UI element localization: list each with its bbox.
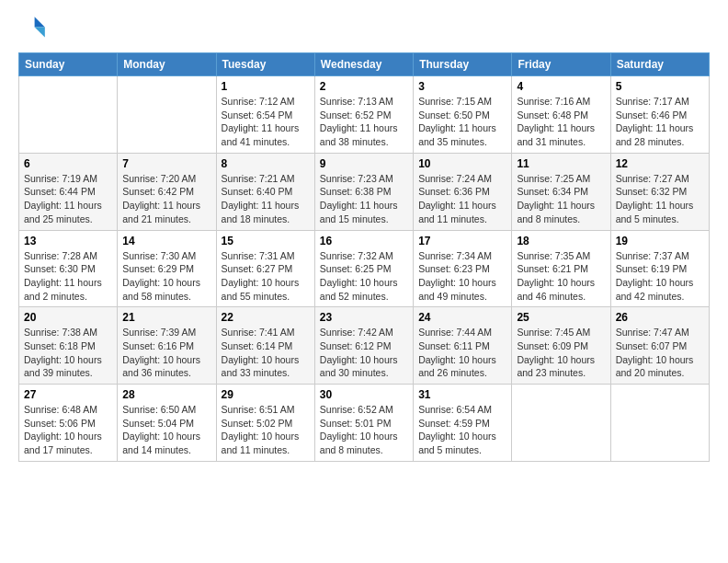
calendar-cell xyxy=(610,385,709,462)
logo-icon xyxy=(18,14,48,43)
day-number: 31 xyxy=(418,388,506,401)
day-of-week-header: Monday xyxy=(118,53,216,76)
day-number: 11 xyxy=(517,157,605,170)
day-info: Sunrise: 7:37 AM Sunset: 6:19 PM Dayligh… xyxy=(616,249,704,304)
day-of-week-header: Tuesday xyxy=(216,53,314,76)
day-info: Sunrise: 7:28 AM Sunset: 6:30 PM Dayligh… xyxy=(24,249,112,304)
calendar-cell: 30Sunrise: 6:52 AM Sunset: 5:01 PM Dayli… xyxy=(314,385,413,462)
day-of-week-header: Saturday xyxy=(610,53,709,76)
day-number: 1 xyxy=(222,80,310,93)
calendar-cell: 1Sunrise: 7:12 AM Sunset: 6:54 PM Daylig… xyxy=(216,76,314,154)
day-number: 27 xyxy=(24,388,112,401)
day-info: Sunrise: 7:39 AM Sunset: 6:16 PM Dayligh… xyxy=(122,326,210,380)
day-info: Sunrise: 7:30 AM Sunset: 6:29 PM Dayligh… xyxy=(122,249,210,304)
calendar-cell: 5Sunrise: 7:17 AM Sunset: 6:46 PM Daylig… xyxy=(610,76,709,154)
day-info: Sunrise: 6:50 AM Sunset: 5:04 PM Dayligh… xyxy=(122,403,210,457)
day-number: 14 xyxy=(122,235,210,247)
day-number: 6 xyxy=(24,157,112,170)
calendar-cell: 19Sunrise: 7:37 AM Sunset: 6:19 PM Dayli… xyxy=(610,230,709,307)
svg-marker-0 xyxy=(35,17,45,27)
calendar-cell: 22Sunrise: 7:41 AM Sunset: 6:14 PM Dayli… xyxy=(216,307,314,385)
day-info: Sunrise: 7:27 AM Sunset: 6:32 PM Dayligh… xyxy=(616,172,704,226)
header xyxy=(18,14,710,43)
day-info: Sunrise: 7:23 AM Sunset: 6:38 PM Dayligh… xyxy=(320,172,408,226)
day-info: Sunrise: 7:47 AM Sunset: 6:07 PM Dayligh… xyxy=(616,326,704,380)
day-info: Sunrise: 7:17 AM Sunset: 6:46 PM Dayligh… xyxy=(616,95,704,149)
day-number: 19 xyxy=(616,235,704,247)
day-number: 3 xyxy=(418,80,506,93)
day-info: Sunrise: 6:51 AM Sunset: 5:02 PM Dayligh… xyxy=(222,403,310,457)
day-number: 26 xyxy=(616,311,704,324)
calendar-cell: 31Sunrise: 6:54 AM Sunset: 4:59 PM Dayli… xyxy=(414,385,512,462)
day-of-week-header: Thursday xyxy=(414,53,512,76)
day-number: 29 xyxy=(222,388,310,401)
day-info: Sunrise: 7:41 AM Sunset: 6:14 PM Dayligh… xyxy=(222,326,310,380)
day-info: Sunrise: 7:13 AM Sunset: 6:52 PM Dayligh… xyxy=(320,95,408,149)
calendar-cell: 6Sunrise: 7:19 AM Sunset: 6:44 PM Daylig… xyxy=(19,153,118,230)
day-of-week-header: Sunday xyxy=(19,53,118,76)
day-info: Sunrise: 7:42 AM Sunset: 6:12 PM Dayligh… xyxy=(320,326,408,380)
day-number: 22 xyxy=(222,311,310,324)
day-number: 20 xyxy=(24,311,112,324)
day-info: Sunrise: 7:34 AM Sunset: 6:23 PM Dayligh… xyxy=(418,249,506,304)
calendar-cell: 28Sunrise: 6:50 AM Sunset: 5:04 PM Dayli… xyxy=(118,385,216,462)
calendar-cell: 8Sunrise: 7:21 AM Sunset: 6:40 PM Daylig… xyxy=(216,153,314,230)
day-info: Sunrise: 6:52 AM Sunset: 5:01 PM Dayligh… xyxy=(320,403,408,457)
day-info: Sunrise: 6:54 AM Sunset: 4:59 PM Dayligh… xyxy=(418,403,506,457)
calendar-cell: 4Sunrise: 7:16 AM Sunset: 6:48 PM Daylig… xyxy=(512,76,610,154)
day-number: 24 xyxy=(418,311,506,324)
calendar-cell xyxy=(512,385,610,462)
day-number: 25 xyxy=(517,311,605,324)
calendar-week-row: 1Sunrise: 7:12 AM Sunset: 6:54 PM Daylig… xyxy=(19,76,710,154)
calendar-cell: 10Sunrise: 7:24 AM Sunset: 6:36 PM Dayli… xyxy=(414,153,512,230)
day-of-week-header: Wednesday xyxy=(314,53,413,76)
page: SundayMondayTuesdayWednesdayThursdayFrid… xyxy=(0,0,728,471)
calendar-cell xyxy=(118,76,216,154)
day-info: Sunrise: 7:45 AM Sunset: 6:09 PM Dayligh… xyxy=(517,326,605,380)
calendar-cell: 27Sunrise: 6:48 AM Sunset: 5:06 PM Dayli… xyxy=(19,385,118,462)
calendar: SundayMondayTuesdayWednesdayThursdayFrid… xyxy=(18,52,710,462)
day-number: 28 xyxy=(122,388,210,401)
calendar-cell: 7Sunrise: 7:20 AM Sunset: 6:42 PM Daylig… xyxy=(118,153,216,230)
calendar-cell: 12Sunrise: 7:27 AM Sunset: 6:32 PM Dayli… xyxy=(610,153,709,230)
logo xyxy=(18,14,51,43)
day-of-week-header: Friday xyxy=(512,53,610,76)
day-info: Sunrise: 7:15 AM Sunset: 6:50 PM Dayligh… xyxy=(418,95,506,149)
day-number: 2 xyxy=(320,80,408,93)
day-number: 7 xyxy=(122,157,210,170)
calendar-week-row: 27Sunrise: 6:48 AM Sunset: 5:06 PM Dayli… xyxy=(19,385,710,462)
day-number: 21 xyxy=(122,311,210,324)
calendar-cell: 2Sunrise: 7:13 AM Sunset: 6:52 PM Daylig… xyxy=(314,76,413,154)
calendar-cell: 23Sunrise: 7:42 AM Sunset: 6:12 PM Dayli… xyxy=(314,307,413,385)
calendar-week-row: 13Sunrise: 7:28 AM Sunset: 6:30 PM Dayli… xyxy=(19,230,710,307)
day-info: Sunrise: 7:32 AM Sunset: 6:25 PM Dayligh… xyxy=(320,249,408,304)
day-number: 5 xyxy=(616,80,704,93)
day-number: 16 xyxy=(320,235,408,247)
day-info: Sunrise: 7:16 AM Sunset: 6:48 PM Dayligh… xyxy=(517,95,605,149)
day-info: Sunrise: 7:35 AM Sunset: 6:21 PM Dayligh… xyxy=(517,249,605,304)
day-number: 9 xyxy=(320,157,408,170)
day-number: 23 xyxy=(320,311,408,324)
calendar-cell: 18Sunrise: 7:35 AM Sunset: 6:21 PM Dayli… xyxy=(512,230,610,307)
calendar-cell: 14Sunrise: 7:30 AM Sunset: 6:29 PM Dayli… xyxy=(118,230,216,307)
day-info: Sunrise: 7:38 AM Sunset: 6:18 PM Dayligh… xyxy=(24,326,112,380)
calendar-cell: 16Sunrise: 7:32 AM Sunset: 6:25 PM Dayli… xyxy=(314,230,413,307)
day-header-row: SundayMondayTuesdayWednesdayThursdayFrid… xyxy=(19,53,710,76)
calendar-cell: 17Sunrise: 7:34 AM Sunset: 6:23 PM Dayli… xyxy=(414,230,512,307)
day-info: Sunrise: 7:24 AM Sunset: 6:36 PM Dayligh… xyxy=(418,172,506,226)
calendar-cell xyxy=(19,76,118,154)
day-info: Sunrise: 7:12 AM Sunset: 6:54 PM Dayligh… xyxy=(222,95,310,149)
day-number: 17 xyxy=(418,235,506,247)
day-info: Sunrise: 7:25 AM Sunset: 6:34 PM Dayligh… xyxy=(517,172,605,226)
calendar-cell: 25Sunrise: 7:45 AM Sunset: 6:09 PM Dayli… xyxy=(512,307,610,385)
day-number: 15 xyxy=(222,235,310,247)
calendar-cell: 24Sunrise: 7:44 AM Sunset: 6:11 PM Dayli… xyxy=(414,307,512,385)
day-number: 12 xyxy=(616,157,704,170)
day-number: 8 xyxy=(222,157,310,170)
calendar-week-row: 6Sunrise: 7:19 AM Sunset: 6:44 PM Daylig… xyxy=(19,153,710,230)
day-info: Sunrise: 7:44 AM Sunset: 6:11 PM Dayligh… xyxy=(418,326,506,380)
day-info: Sunrise: 6:48 AM Sunset: 5:06 PM Dayligh… xyxy=(24,403,112,457)
calendar-cell: 21Sunrise: 7:39 AM Sunset: 6:16 PM Dayli… xyxy=(118,307,216,385)
svg-marker-1 xyxy=(35,27,45,37)
calendar-cell: 29Sunrise: 6:51 AM Sunset: 5:02 PM Dayli… xyxy=(216,385,314,462)
